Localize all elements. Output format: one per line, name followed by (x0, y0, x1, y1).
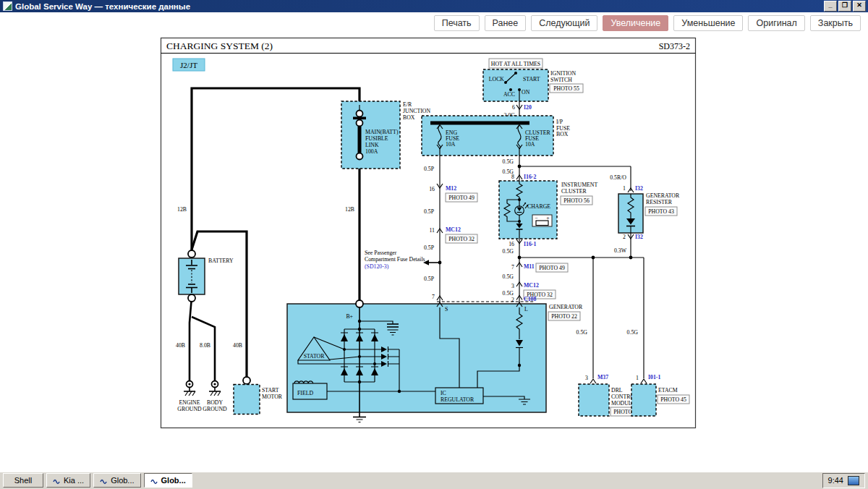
switch-pos: LOCK (489, 76, 505, 82)
photo-ref: PHOTO 45 (660, 396, 686, 403)
minimize-button[interactable]: _ (824, 1, 837, 12)
display-icon[interactable] (848, 476, 859, 485)
component-label: START (262, 387, 279, 394)
photo-ref: PHOTO 49 (448, 195, 475, 201)
app-icon (150, 477, 158, 485)
photo-ref: PHOTO 55 (553, 85, 579, 92)
box-label: GENERATOR (646, 192, 680, 199)
note-link[interactable]: (SD120-3) (365, 263, 389, 270)
pin-number: 2 (623, 234, 626, 240)
wire-label: 0.5G (503, 158, 514, 165)
pin-number: 16 (509, 241, 514, 247)
connector-name: MC12 (446, 226, 461, 233)
pin-number: 7 (432, 294, 435, 300)
close-button[interactable]: ✕ (853, 1, 866, 12)
app-icon (53, 477, 61, 485)
indicator-label: CHARGE (527, 203, 550, 210)
app-icon (3, 1, 12, 11)
wire-label: 0.3W (614, 247, 627, 254)
instrument-cluster: CHARGE − + INSTRUMENT CLUSTER PHOTO 56 (499, 181, 597, 239)
component-label: BATTERY (208, 258, 234, 264)
toolbar: Печать Ранее Следующий Увеличение Уменьш… (0, 12, 868, 33)
wire-label: 0.5P (424, 166, 435, 172)
zoom-in-button[interactable]: Увеличение (603, 15, 668, 31)
pin-number: 3 (585, 375, 588, 381)
component-label: MAIN(BATT) (365, 129, 399, 135)
task-glob-1[interactable]: Glob... (93, 473, 140, 488)
window-controls: _ ❐ ✕ (824, 1, 866, 12)
title-bar: Global Service Way — технические данные … (0, 0, 868, 12)
task-kia[interactable]: Kia ... (46, 473, 90, 488)
task-label: Shell (14, 476, 32, 485)
zoom-out-button[interactable]: Уменьшение (673, 15, 743, 31)
component-label: REGULATOR (441, 396, 475, 403)
connector-name: I16-2 (524, 174, 536, 180)
pin-number: 6 (512, 104, 515, 111)
print-button[interactable]: Печать (434, 15, 480, 31)
fuse-label: 10A (446, 141, 456, 148)
connector-tag: J2/JT (180, 61, 197, 69)
sheet-title: CHARGING SYSTEM (2) (166, 41, 273, 51)
task-label: Glob... (161, 476, 186, 485)
pin-number: 1 (636, 375, 639, 381)
wire-label: 0.5P (424, 276, 435, 282)
generator-resistor: 1 I32 2 I32 0.3W GENERATOR RESISTER PHOT… (614, 185, 680, 258)
pin-number: 2 (511, 297, 514, 303)
etacm-module: ETACM PHOTO 45 (631, 384, 689, 416)
next-button[interactable]: Следующий (531, 15, 597, 31)
pin-number: 3 (511, 283, 514, 289)
pin-number: 1 (623, 185, 626, 192)
generator: B+ S L GENERATOR PHOTO 22 STATOR (287, 300, 583, 422)
terminal-label: L (524, 306, 528, 312)
previous-button[interactable]: Ранее (485, 15, 527, 31)
wiring-diagram: CHARGING SYSTEM (2) SD373-2 J2/JT 12B 12… (0, 33, 868, 472)
box-label: INSTRUMENT (561, 182, 597, 188)
box-label: E/R (403, 101, 412, 108)
close-view-button[interactable]: Закрыть (810, 15, 861, 31)
wire-label: 40B (176, 342, 185, 349)
wire-label: 0.5G (503, 248, 514, 255)
box-label: ETACM (658, 387, 678, 394)
taskbar: Shell Kia ... Glob... Glob... 9:44 (0, 472, 868, 489)
box-label: BOX (556, 131, 569, 137)
window-title: Global Service Way — технические данные (15, 2, 821, 11)
app-icon (100, 477, 108, 485)
task-shell[interactable]: Shell (3, 473, 43, 488)
terminal-label: S (445, 306, 448, 312)
ignition-switch: HOT AT ALL TIMES LOCK START ACC ON IGNIT… (483, 59, 583, 122)
clock: 9:44 (828, 476, 843, 485)
wire-label: 40B (233, 342, 242, 349)
note-text: Compartment Fuse Details (365, 256, 425, 263)
switch-pos: START (523, 76, 540, 82)
switch-pos: ACC (503, 91, 515, 98)
ground-label: GROUND (203, 406, 227, 412)
ground-label: BODY (207, 399, 223, 406)
box-label: SWITCH (550, 77, 572, 83)
drl-etacm-branch: 0.5G 0.5G 3 M37 1 I01-1 (576, 258, 661, 383)
photo-ref: PHOTO 43 (648, 208, 674, 215)
pin-number: 7 (511, 264, 514, 271)
connector-name: M11 (524, 263, 535, 270)
box-label: JUNCTION (403, 108, 430, 114)
task-label: Kia ... (64, 476, 84, 485)
eng-fuse-wire: 0.5P 16 M12 PHOTO 49 0.5P 11 MC12 PHOTO … (365, 156, 477, 302)
wire-label: 0.5P (424, 244, 435, 251)
pin-number: 8 (511, 174, 514, 180)
connector-name: I16-1 (524, 241, 536, 247)
component-label: LINK (365, 142, 379, 148)
wire-label: 0.5P (424, 208, 435, 215)
photo-ref: PHOTO 49 (539, 265, 565, 271)
connector-name: M12 (446, 185, 456, 192)
er-junction-box: MAIN(BATT) FUSIBLE LINK 100A E/R JUNCTIO… (341, 101, 430, 169)
original-button[interactable]: Оригинал (748, 15, 804, 31)
component-label: FIELD (297, 390, 313, 396)
wire-label: 12B (177, 206, 187, 213)
task-glob-2-active[interactable]: Glob... (144, 473, 192, 488)
note-text: See Passenger (365, 250, 397, 256)
ground-label: ENGINE (179, 399, 200, 406)
fuse-label: 10A (525, 141, 535, 148)
restore-button[interactable]: ❐ (838, 1, 851, 12)
component-label: 100A (365, 148, 378, 155)
switch-pos: ON (522, 89, 530, 95)
start-motor: START MOTOR (234, 377, 283, 414)
